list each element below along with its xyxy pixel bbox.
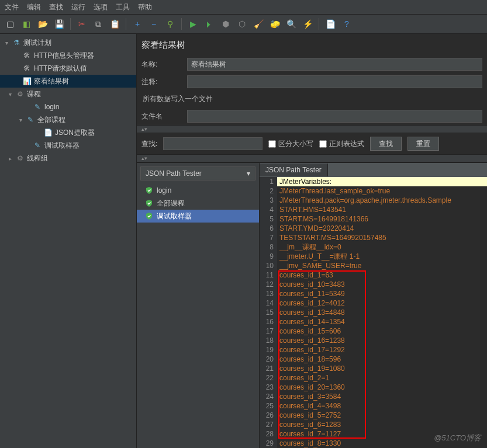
tree-item-json-extractor[interactable]: 📄 JSON提取器 bbox=[0, 126, 136, 139]
paste-icon[interactable]: 📋 bbox=[108, 18, 121, 30]
menu-tools[interactable]: 工具 bbox=[116, 2, 130, 12]
tree-item-http-header[interactable]: 🛠 HTTP信息头管理器 bbox=[0, 49, 136, 62]
tree-item-login[interactable]: ✎ login bbox=[0, 100, 136, 113]
pipette-icon: ✎ bbox=[33, 141, 42, 150]
renderer-dropdown[interactable]: JSON Path Tester ▾ bbox=[140, 166, 255, 180]
find-button[interactable]: 查找 bbox=[370, 137, 402, 151]
menu-file[interactable]: 文件 bbox=[5, 2, 19, 12]
pipette-icon: ✎ bbox=[26, 115, 35, 124]
shield-icon bbox=[145, 186, 153, 195]
tree-label: HTTP信息头管理器 bbox=[34, 51, 94, 61]
results-area: JSON Path Tester ▾ login 全部课程 调试取样器 bbox=[137, 162, 487, 448]
test-plan-tree[interactable]: ▾⚗ 测试计划 🛠 HTTP信息头管理器 🛠 HTTP请求默认值 📊 察看结果树… bbox=[0, 34, 137, 448]
file-section-label: 所有数据写入一个文件 bbox=[137, 91, 487, 107]
code-line: courses_id_20=1360 bbox=[277, 383, 487, 392]
search-icon[interactable]: 🔍 bbox=[285, 18, 298, 30]
menu-edit[interactable]: 编辑 bbox=[27, 2, 41, 12]
stop-icon[interactable]: ⬢ bbox=[219, 18, 232, 30]
code-line: courses_id_14=1354 bbox=[277, 317, 487, 327]
shield-icon bbox=[145, 212, 153, 220]
tree-item-debug-sampler[interactable]: ✎ 调试取样器 bbox=[0, 139, 136, 152]
code-line: courses_id_13=4848 bbox=[277, 308, 487, 317]
code-line: courses_id_17=1292 bbox=[277, 345, 487, 355]
tree-item-course[interactable]: ▾⚙ 课程 bbox=[0, 88, 136, 100]
cut-icon[interactable]: ✂ bbox=[75, 18, 88, 30]
name-input[interactable] bbox=[187, 58, 482, 71]
code-line: courses_id_2=1 bbox=[277, 373, 487, 383]
code-line: courses_id_5=2752 bbox=[277, 411, 487, 420]
clear-all-icon[interactable]: 🧽 bbox=[268, 18, 281, 30]
tree-label: 课程 bbox=[27, 89, 41, 99]
reset-button[interactable]: 重置 bbox=[407, 137, 439, 151]
result-item-login[interactable]: login bbox=[137, 184, 259, 197]
wand-icon[interactable]: ⚲ bbox=[164, 18, 177, 30]
comment-label: 注释: bbox=[141, 77, 182, 87]
line-gutter: 1234567891011121314151617181920212223242… bbox=[260, 177, 277, 448]
menu-search[interactable]: 查找 bbox=[49, 2, 63, 12]
results-detail: JSON Path Tester 12345678910111213141516… bbox=[260, 163, 487, 448]
code-line: __jmeter.U_T__=课程 1-1 bbox=[277, 252, 487, 261]
code-line: JMeterThread.last_sample_ok=true bbox=[277, 186, 487, 196]
tree-label: JSON提取器 bbox=[55, 128, 95, 138]
code-line: courses_id_1=63 bbox=[277, 270, 487, 280]
save-icon[interactable]: 💾 bbox=[53, 18, 65, 30]
templates-icon[interactable]: ◧ bbox=[20, 18, 33, 30]
search-label: 查找: bbox=[141, 139, 157, 149]
result-item-courses[interactable]: 全部课程 bbox=[137, 197, 259, 210]
tree-item-thread-group[interactable]: ▸⚙ 线程组 bbox=[0, 152, 136, 165]
tree-item-http-defaults[interactable]: 🛠 HTTP请求默认值 bbox=[0, 62, 136, 75]
code-line: START.MS=1649918141366 bbox=[277, 214, 487, 224]
tab-header: JSON Path Tester bbox=[260, 163, 487, 177]
code-line: courses_id_18=596 bbox=[277, 355, 487, 364]
collapse-bar-2[interactable]: ▴▾ bbox=[137, 154, 487, 162]
menubar: 文件 编辑 查找 运行 选项 工具 帮助 bbox=[0, 0, 487, 14]
new-icon[interactable]: ▢ bbox=[4, 18, 16, 30]
pipette-icon: ✎ bbox=[33, 102, 42, 112]
gear-icon: ⚙ bbox=[15, 89, 25, 99]
code-line: START.HMS=143541 bbox=[277, 205, 487, 214]
comment-input[interactable] bbox=[187, 75, 482, 88]
wrench-icon: 🛠 bbox=[22, 51, 32, 60]
code-area[interactable]: 1234567891011121314151617181920212223242… bbox=[260, 177, 487, 448]
config-panel: 察看结果树 名称: 注释: 所有数据写入一个文件 文件名 ▴▾ 查找: 区分大小… bbox=[137, 34, 487, 448]
page-icon: 📄 bbox=[43, 128, 53, 137]
plus-icon[interactable]: + bbox=[131, 18, 144, 30]
function-icon[interactable]: 📄 bbox=[324, 18, 337, 30]
filename-label: 文件名 bbox=[141, 112, 182, 121]
result-item-debug[interactable]: 调试取样器 bbox=[137, 210, 259, 223]
code-line: __jm__课程__idx=0 bbox=[277, 242, 487, 252]
tab-json-path[interactable]: JSON Path Tester bbox=[260, 164, 328, 176]
menu-help[interactable]: 帮助 bbox=[138, 2, 152, 12]
tree-root[interactable]: ▾⚗ 测试计划 bbox=[0, 36, 136, 49]
minus-icon[interactable]: − bbox=[147, 18, 160, 30]
shutdown-icon[interactable]: ⬡ bbox=[236, 18, 248, 30]
reset-search-icon[interactable]: ⚡ bbox=[301, 18, 314, 30]
name-label: 名称: bbox=[141, 60, 182, 70]
copy-icon[interactable]: ⧉ bbox=[92, 18, 105, 30]
menu-run[interactable]: 运行 bbox=[71, 2, 85, 12]
tree-label: HTTP请求默认值 bbox=[34, 64, 87, 74]
tree-item-all-courses[interactable]: ▾✎ 全部课程 bbox=[0, 113, 136, 126]
collapse-bar-1[interactable]: ▴▾ bbox=[137, 125, 487, 133]
code-line: courses_id_10=3483 bbox=[277, 280, 487, 289]
filename-input[interactable] bbox=[187, 110, 482, 123]
menu-options[interactable]: 选项 bbox=[94, 2, 108, 12]
run-remote-icon[interactable]: ⏵ bbox=[203, 18, 216, 30]
chart-icon: 📊 bbox=[22, 77, 32, 86]
help-icon[interactable]: ? bbox=[340, 18, 353, 30]
run-icon[interactable]: ▶ bbox=[186, 18, 199, 30]
tree-label: 调试取样器 bbox=[44, 141, 80, 151]
regex-checkbox[interactable] bbox=[319, 140, 327, 148]
flask-icon: ⚗ bbox=[12, 38, 21, 47]
tree-item-results-tree[interactable]: 📊 察看结果树 bbox=[0, 75, 136, 88]
code-line: courses_id_15=606 bbox=[277, 327, 487, 336]
main-area: ▾⚗ 测试计划 🛠 HTTP信息头管理器 🛠 HTTP请求默认值 📊 察看结果树… bbox=[0, 34, 487, 448]
case-checkbox[interactable] bbox=[268, 140, 276, 148]
watermark: @51CTO博客 bbox=[434, 433, 481, 443]
case-label: 区分大小写 bbox=[278, 139, 313, 149]
open-icon[interactable]: 📂 bbox=[36, 18, 49, 30]
clear-icon[interactable]: 🧹 bbox=[252, 18, 265, 30]
search-input[interactable] bbox=[163, 137, 263, 150]
result-label: login bbox=[157, 186, 171, 195]
code-line: JMeterVariables: bbox=[277, 177, 487, 186]
